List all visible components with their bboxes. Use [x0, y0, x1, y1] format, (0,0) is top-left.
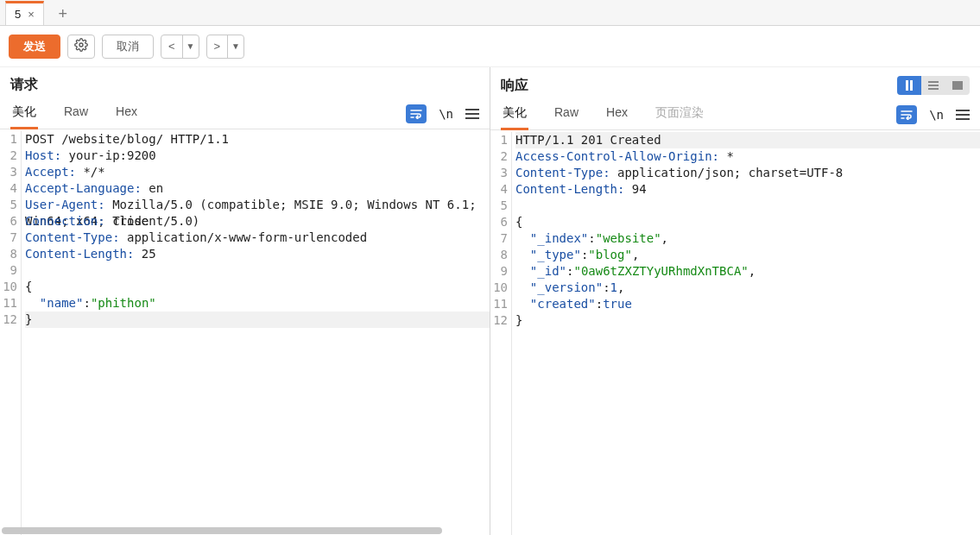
subtab-hex[interactable]: Hex [114, 99, 139, 129]
chevron-right-icon[interactable]: > [207, 35, 228, 58]
subtab-pretty[interactable]: 美化 [501, 100, 528, 130]
request-subtab-row: 美化 Raw Hex \n [0, 94, 490, 129]
add-tab-button[interactable]: + [51, 3, 75, 25]
tab-label: 5 [15, 8, 21, 21]
request-gutter: 123456789101112 [0, 131, 21, 535]
layout-rows-icon[interactable] [921, 76, 945, 95]
request-title: 请求 [10, 76, 38, 94]
panes: 请求 美化 Raw Hex \n 123456789101112 POST /w… [0, 67, 980, 535]
tab-active[interactable]: 5 × [5, 1, 44, 25]
request-editor[interactable]: 123456789101112 POST /website/blog/ HTTP… [0, 129, 490, 535]
wrap-toggle[interactable] [896, 105, 917, 124]
history-forward[interactable]: > ▼ [206, 35, 245, 59]
scrollbar[interactable] [0, 526, 490, 535]
plus-icon: + [59, 5, 68, 23]
action-bar: 发送 取消 < ▼ > ▼ [0, 26, 980, 67]
send-label: 发送 [23, 39, 46, 54]
subtab-raw[interactable]: Raw [553, 100, 580, 129]
gear-icon [74, 38, 88, 54]
subtab-raw[interactable]: Raw [62, 99, 90, 129]
dropdown-icon[interactable]: ▼ [227, 35, 243, 58]
close-icon[interactable]: × [28, 9, 35, 20]
request-code[interactable]: POST /website/blog/ HTTP/1.1Host: your-i… [21, 131, 490, 535]
newline-indicator[interactable]: \n [439, 107, 453, 121]
layout-columns-icon[interactable] [897, 76, 921, 95]
menu-icon[interactable] [956, 110, 970, 120]
wrap-toggle[interactable] [406, 104, 427, 123]
response-gutter: 123456789101112 [490, 132, 511, 535]
response-code[interactable]: HTTP/1.1 201 CreatedAccess-Control-Allow… [511, 132, 980, 535]
cancel-button[interactable]: 取消 [102, 35, 154, 59]
menu-icon[interactable] [465, 109, 479, 119]
response-pane: 响应 美化 Raw Hex 页面渲染 \n 12345 [490, 67, 980, 535]
subtab-hex[interactable]: Hex [604, 100, 629, 129]
subtab-render[interactable]: 页面渲染 [654, 100, 705, 129]
layout-single-icon[interactable] [945, 76, 970, 95]
dropdown-icon[interactable]: ▼ [182, 35, 199, 58]
layout-toggle[interactable] [897, 76, 970, 95]
chevron-left-icon[interactable]: < [161, 35, 182, 58]
response-subtab-row: 美化 Raw Hex 页面渲染 \n [490, 95, 980, 130]
tab-bar: 5 × + [0, 0, 980, 26]
response-title: 响应 [501, 77, 528, 95]
request-pane: 请求 美化 Raw Hex \n 123456789101112 POST /w… [0, 67, 490, 535]
response-editor[interactable]: 123456789101112 HTTP/1.1 201 CreatedAcce… [490, 130, 980, 535]
settings-button[interactable] [67, 35, 95, 59]
subtab-pretty[interactable]: 美化 [10, 99, 38, 129]
send-button[interactable]: 发送 [9, 35, 60, 59]
history-back[interactable]: < ▼ [161, 35, 199, 59]
svg-point-0 [79, 43, 83, 47]
newline-indicator[interactable]: \n [929, 108, 944, 122]
cancel-label: 取消 [117, 39, 139, 54]
